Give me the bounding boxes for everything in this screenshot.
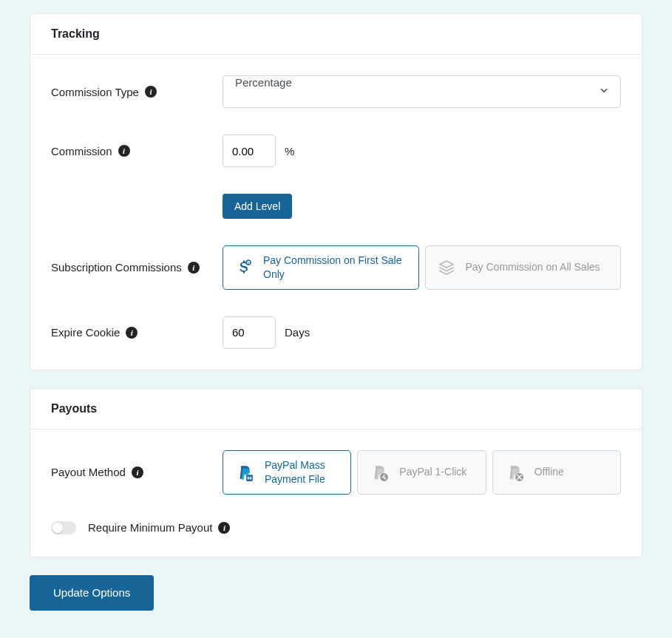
- payout-method-label: Payout Method: [51, 466, 126, 478]
- expire-cookie-row: Expire Cookie i Days: [51, 316, 621, 349]
- payout-paypal-file-label: PayPal Mass Payment File: [265, 458, 339, 486]
- toggle-knob: [52, 523, 63, 533]
- commission-type-select-wrap: Percentage: [223, 75, 621, 108]
- commission-control: %: [223, 135, 621, 167]
- expire-cookie-suffix: Days: [285, 326, 310, 339]
- add-level-row: Add Level: [51, 194, 621, 219]
- expire-cookie-label-wrap: Expire Cookie i: [51, 326, 223, 339]
- subscription-first-sale-label: Pay Commission on First Sale Only: [263, 254, 407, 282]
- commission-type-label: Commission Type: [51, 86, 139, 98]
- update-options-button[interactable]: Update Options: [30, 575, 154, 611]
- tracking-card: Tracking Commission Type i Percentage Co…: [30, 13, 642, 370]
- subscription-toggle-group: 1 Pay Commission on First Sale Only: [223, 245, 621, 290]
- stack-icon: [438, 259, 455, 276]
- info-icon[interactable]: i: [145, 86, 157, 98]
- require-minimum-label: Require Minimum Payout: [88, 521, 212, 534]
- payout-method-control: PayPal Mass Payment File PayPal 1-Click …: [223, 450, 621, 495]
- commission-type-row: Commission Type i Percentage: [51, 75, 621, 108]
- require-minimum-label-wrap: Require Minimum Payout i: [88, 521, 230, 534]
- info-icon[interactable]: i: [118, 145, 130, 157]
- payout-paypal-1click-label: PayPal 1-Click: [399, 465, 466, 479]
- payout-paypal-file-option[interactable]: PayPal Mass Payment File: [223, 450, 351, 495]
- add-level-button[interactable]: Add Level: [223, 194, 292, 219]
- svg-text:1: 1: [248, 260, 250, 265]
- payouts-body: Payout Method i PayPal Mass Payment File: [30, 430, 642, 557]
- expire-cookie-control: Days: [223, 316, 621, 349]
- commission-label: Commission: [51, 145, 112, 157]
- svg-marker-2: [440, 261, 453, 268]
- subscription-commissions-label-wrap: Subscription Commissions i: [51, 261, 223, 274]
- info-icon[interactable]: i: [126, 327, 138, 339]
- commission-label-wrap: Commission i: [51, 145, 223, 157]
- payout-method-row: Payout Method i PayPal Mass Payment File: [51, 450, 621, 495]
- payout-offline-label: Offline: [534, 465, 564, 479]
- info-icon[interactable]: i: [188, 262, 200, 274]
- subscription-all-sales-option[interactable]: Pay Commission on All Sales: [425, 245, 622, 290]
- commission-type-select[interactable]: Percentage: [223, 75, 621, 108]
- expire-cookie-input[interactable]: [223, 316, 276, 349]
- spacer: [51, 194, 223, 219]
- commission-row: Commission i %: [51, 135, 621, 167]
- require-minimum-row: Require Minimum Payout i: [51, 521, 621, 543]
- paypal-1click-icon: [370, 463, 389, 482]
- subscription-commissions-row: Subscription Commissions i 1 Pay Commiss: [51, 245, 621, 290]
- subscription-first-sale-option[interactable]: 1 Pay Commission on First Sale Only: [223, 245, 419, 290]
- subscription-commissions-control: 1 Pay Commission on First Sale Only: [223, 245, 621, 290]
- payouts-card: Payouts Payout Method i PayPal Mass Paym…: [30, 388, 642, 557]
- info-icon[interactable]: i: [218, 522, 230, 534]
- expire-cookie-label: Expire Cookie: [51, 326, 120, 339]
- tracking-body: Commission Type i Percentage Commission …: [30, 55, 642, 370]
- commission-input[interactable]: [223, 135, 276, 167]
- payout-paypal-1click-option[interactable]: PayPal 1-Click: [357, 450, 486, 495]
- info-icon[interactable]: i: [132, 466, 143, 478]
- paypal-file-icon: [235, 463, 254, 482]
- subscription-commissions-label: Subscription Commissions: [51, 261, 182, 274]
- commission-suffix: %: [285, 145, 294, 157]
- require-minimum-toggle[interactable]: [51, 521, 76, 535]
- commission-type-label-wrap: Commission Type i: [51, 86, 223, 98]
- payout-method-label-wrap: Payout Method i: [51, 466, 223, 478]
- subscription-all-sales-label: Pay Commission on All Sales: [466, 260, 600, 274]
- payout-method-toggle-group: PayPal Mass Payment File PayPal 1-Click …: [223, 450, 621, 495]
- commission-type-control: Percentage: [223, 75, 621, 108]
- payouts-header: Payouts: [30, 389, 642, 430]
- dollar-icon: 1: [235, 259, 253, 276]
- payout-offline-option[interactable]: Offline: [492, 450, 621, 495]
- paypal-offline-icon: [505, 463, 524, 482]
- tracking-header: Tracking: [30, 14, 642, 55]
